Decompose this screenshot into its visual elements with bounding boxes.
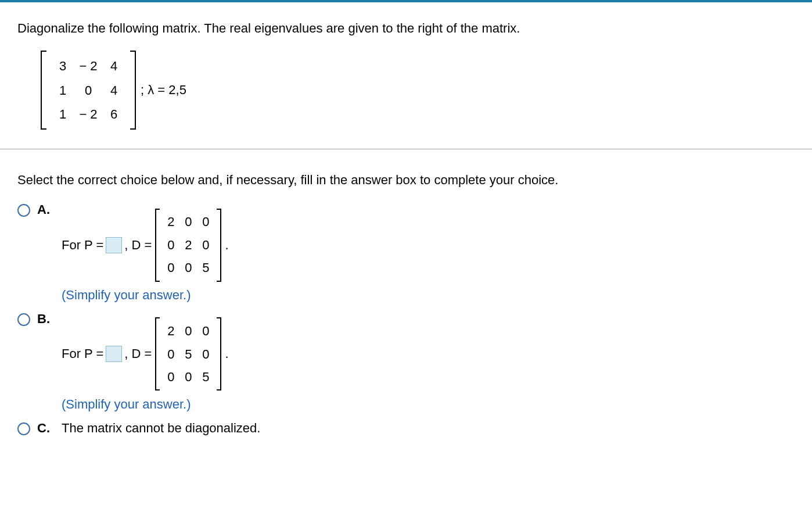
question-section: Diagonalize the following matrix. The re… [0,2,812,131]
matrix-row: 2 0 0 [162,210,214,234]
choice-b: B. For P = , D = 2 0 0 0 5 0 [0,311,812,412]
bracket-right-icon [130,51,136,130]
d-prefix: , D = [124,346,152,361]
d-matrix-body: 2 0 0 0 5 0 0 0 5 [160,316,217,392]
choice-line-a: For P = , D = 2 0 0 0 2 0 [62,207,229,283]
matrix-cell: 1 [50,78,76,103]
matrix-cell: − 2 [76,54,101,78]
bracket-right-icon [217,209,221,282]
matrix-cell: 0 [162,343,179,366]
radio-c[interactable] [17,422,30,435]
answer-input-a[interactable] [106,237,122,253]
choice-letter-b: B. [37,311,51,327]
bracket-left-icon [155,209,160,282]
radio-b[interactable] [17,313,30,326]
matrix-row: 3 − 2 4 [50,54,127,78]
eigenvalues-text: ; λ = 2,5 [141,83,186,98]
choice-body-a: For P = , D = 2 0 0 0 2 0 [62,202,229,303]
bracket-right-icon [217,317,221,391]
matrix-cell: 5 [197,366,214,389]
d-prefix: , D = [124,238,152,253]
matrix-cell: 0 [162,366,179,389]
instruction-text: Select the correct choice below and, if … [0,173,812,188]
simplify-hint-b: (Simplify your answer.) [62,397,229,412]
prefix-text: For P = [62,346,103,361]
matrix-cell: 2 [162,210,179,234]
bracket-left-icon [41,51,46,130]
matrix-cell: 1 [50,102,76,127]
matrix-cell: 5 [179,343,197,366]
period: . [225,238,228,253]
matrix-cell: 0 [197,320,214,343]
matrix-row: 0 2 0 [162,234,214,257]
matrix-cell: 0 [162,234,179,257]
matrix-row: 1 − 2 6 [50,102,127,127]
problem-matrix-area: 3 − 2 4 1 0 4 1 − 2 6 ; λ = 2,5 [41,49,795,131]
matrix-cell: 5 [197,256,214,280]
matrix-cell: 0 [162,256,179,280]
matrix-cell: 0 [179,210,197,234]
choice-text-c: The matrix cannot be diagonalized. [62,421,260,436]
matrix-cell: 0 [179,320,197,343]
period: . [225,346,228,361]
prefix-text: For P = [62,238,103,253]
matrix-cell: 4 [101,54,127,78]
choice-body-b: For P = , D = 2 0 0 0 5 0 [62,311,229,412]
matrix-cell: 3 [50,54,76,78]
matrix-row: 0 0 5 [162,256,214,280]
section-divider [0,149,812,149]
matrix-cell: 0 [197,234,214,257]
matrix-cell: 2 [162,320,179,343]
choice-letter-c: C. [37,421,51,436]
answer-input-b[interactable] [106,346,122,362]
matrix-cell: 0 [197,343,214,366]
choice-letter-a: A. [37,202,51,217]
matrix-cell: 4 [101,78,127,103]
question-text: Diagonalize the following matrix. The re… [17,20,795,38]
matrix-row: 0 0 5 [162,366,214,389]
radio-a[interactable] [17,204,30,217]
problem-matrix: 3 − 2 4 1 0 4 1 − 2 6 [46,49,130,131]
matrix-cell: 0 [76,78,101,103]
matrix-cell: 2 [179,234,197,257]
d-matrix-b: 2 0 0 0 5 0 0 0 5 [155,316,221,392]
d-matrix-a: 2 0 0 0 2 0 0 0 5 [155,207,221,283]
choice-line-b: For P = , D = 2 0 0 0 5 0 [62,316,229,392]
choice-c: C. The matrix cannot be diagonalized. [0,421,812,436]
matrix-cell: 0 [197,210,214,234]
matrix-cell: 0 [179,366,197,389]
matrix-cell: 0 [179,256,197,280]
d-matrix-body: 2 0 0 0 2 0 0 0 5 [160,207,217,283]
simplify-hint-a: (Simplify your answer.) [62,288,229,303]
matrix-cell: 6 [101,102,127,127]
bracket-left-icon [155,317,160,391]
matrix-cell: − 2 [76,102,101,127]
matrix-row: 0 5 0 [162,343,214,366]
matrix-row: 1 0 4 [50,78,127,103]
choice-a: A. For P = , D = 2 0 0 0 2 0 [0,202,812,303]
matrix-row: 2 0 0 [162,320,214,343]
